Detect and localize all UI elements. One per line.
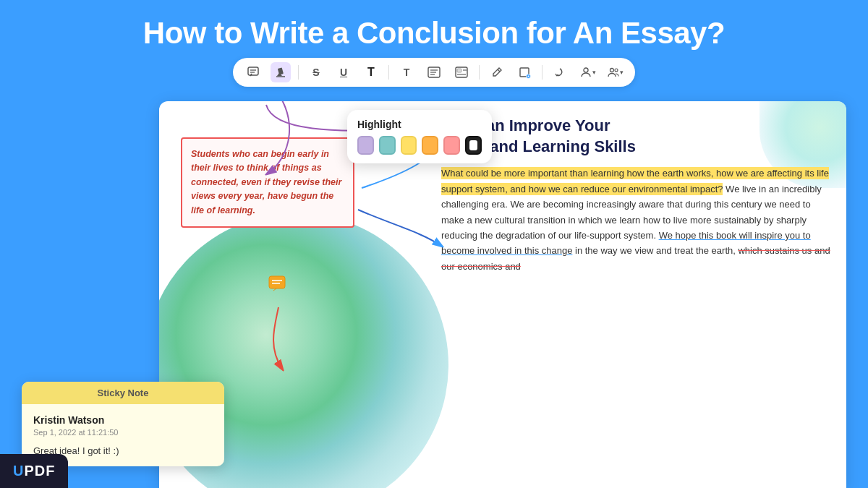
- svg-line-13: [498, 69, 500, 72]
- sticky-note-author: Kristin Watson: [33, 414, 213, 426]
- user-button[interactable]: ▾: [577, 62, 597, 82]
- sticky-note-date: Sep 1, 2022 at 11:21:50: [33, 428, 213, 437]
- bold-text-button[interactable]: T: [361, 62, 381, 82]
- users-button[interactable]: ▾: [605, 62, 625, 82]
- sep2: [388, 65, 389, 80]
- highlight-button[interactable]: [271, 62, 291, 82]
- swatch-purple[interactable]: [357, 136, 374, 155]
- updf-logo: UPDF: [0, 454, 68, 488]
- pen-button[interactable]: [487, 62, 507, 82]
- svg-rect-3: [278, 67, 284, 74]
- swatch-dark[interactable]: [465, 136, 482, 155]
- logo-pdf: PDF: [24, 463, 55, 479]
- text-button[interactable]: T: [396, 62, 417, 82]
- textbox1-button[interactable]: [424, 62, 444, 82]
- document-area: Students who can begin early in their li…: [159, 101, 846, 488]
- underline-button[interactable]: U: [333, 62, 354, 82]
- svg-point-18: [615, 69, 618, 72]
- comment-button[interactable]: [243, 62, 263, 82]
- logo-u: U: [13, 463, 24, 479]
- toolbar: S U T T: [0, 58, 868, 87]
- doc-body: What could be more important than learni…: [441, 166, 832, 274]
- color-swatches: [357, 136, 482, 155]
- textbox2-button[interactable]: [451, 62, 472, 82]
- inline-comment-icon[interactable]: [268, 275, 289, 299]
- annotation-box: Students who can begin early in their li…: [181, 137, 354, 228]
- highlighted-text: What could be more important than learni…: [441, 167, 829, 194]
- sep3: [479, 65, 480, 80]
- sticky-note-header: Sticky Note: [22, 382, 224, 404]
- strikethrough-button[interactable]: S: [306, 62, 326, 82]
- swatch-yellow[interactable]: [401, 136, 417, 155]
- annotation-text: Students who can begin early in their li…: [191, 147, 344, 218]
- highlight-popup-title: Highlight: [357, 119, 482, 130]
- svg-rect-0: [248, 67, 258, 75]
- page-title: How to Write a Conclusion for An Essay?: [0, 0, 868, 58]
- shape-button[interactable]: [514, 62, 535, 82]
- svg-rect-19: [269, 276, 285, 288]
- svg-rect-10: [457, 69, 461, 72]
- swatch-pink[interactable]: [443, 136, 460, 155]
- document-content: You Can Improve Your Study and Learning …: [441, 116, 832, 488]
- sep4: [542, 65, 542, 80]
- svg-point-16: [584, 68, 588, 72]
- updf-logo-text: UPDF: [13, 463, 55, 479]
- swatch-teal[interactable]: [379, 136, 396, 155]
- sep1: [298, 65, 299, 80]
- user-chevron: ▾: [592, 69, 596, 76]
- users-chevron: ▾: [620, 69, 624, 76]
- swatch-orange[interactable]: [422, 136, 438, 155]
- doc-heading: You Can Improve Your Study and Learning …: [441, 116, 832, 157]
- rotate-button[interactable]: [550, 62, 570, 82]
- toolbar-pill: S U T T: [233, 58, 635, 87]
- svg-point-17: [610, 69, 613, 72]
- highlight-popup: Highlight: [347, 110, 492, 163]
